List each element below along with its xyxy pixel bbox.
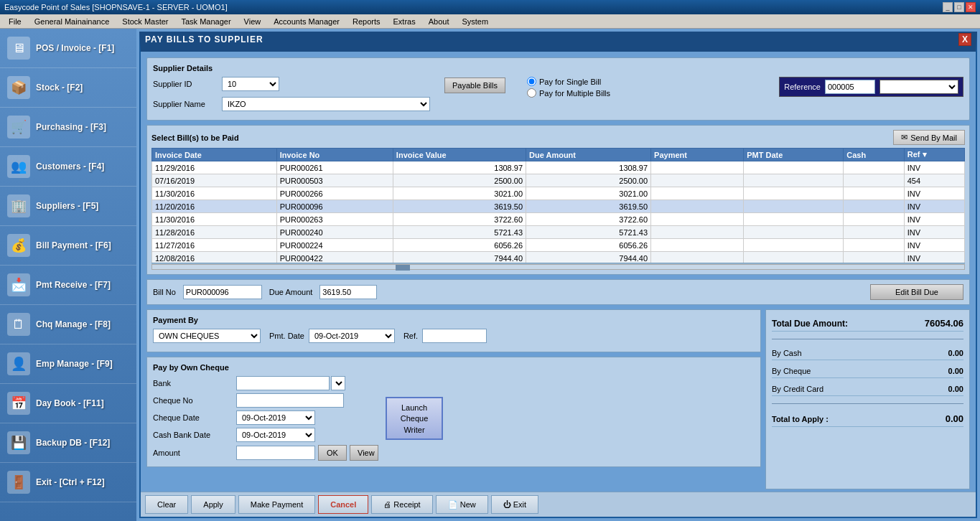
launch-cheque-writer-btn[interactable]: Launch ChequeWriter	[386, 397, 443, 440]
payment-by-section: Payment By OWN CHEQUES Pmt. Date 09-Oct-…	[146, 309, 761, 352]
sidebar-item-pmt-receive[interactable]: 📩 Pmt Receive - [F7]	[0, 266, 136, 305]
payable-bills-btn[interactable]: Payable Bills	[444, 78, 505, 93]
pay-single-radio-label[interactable]: Pay for Single Bill	[527, 77, 610, 86]
table-row[interactable]: 11/29/2016PUR0002611308.971308.97INV	[152, 161, 965, 174]
maximize-btn[interactable]: □	[954, 2, 964, 12]
bill-no-input[interactable]	[183, 285, 262, 299]
view-btn[interactable]: View	[350, 445, 378, 461]
table-cell	[844, 187, 904, 200]
reference-input[interactable]	[825, 80, 875, 94]
table-cell: 3021.00	[526, 187, 651, 200]
supplier-id-row: Supplier ID 10	[153, 77, 430, 91]
bills-table-title: Select Bill(s) to be Paid	[151, 133, 239, 142]
sidebar-item-suppliers[interactable]: 🏢 Suppliers - [F5]	[0, 187, 136, 226]
bills-table-container[interactable]: Invoice Date Invoice No Invoice Value Du…	[151, 148, 965, 263]
cheque-date-select[interactable]: 09-Oct-2019	[236, 410, 315, 425]
pay-multiple-radio-label[interactable]: Pay for Multiple Bills	[527, 88, 610, 98]
send-mail-btn[interactable]: ✉ Send By Mail	[893, 130, 965, 145]
menu-view[interactable]: View	[238, 17, 267, 27]
table-cell: 12/08/2016	[152, 252, 277, 263]
menu-stock[interactable]: Stock Master	[116, 17, 174, 27]
table-row[interactable]: 11/28/2016PUR0002405721.435721.43INV	[152, 226, 965, 239]
table-cell: 5721.43	[526, 226, 651, 239]
sidebar-item-purchasing[interactable]: 🛒 Purchasing - [F3]	[0, 108, 136, 147]
menu-general[interactable]: General Mainainance	[29, 17, 116, 27]
bank-select[interactable]: ▾	[331, 376, 345, 390]
sidebar-item-chq-manage[interactable]: 🗒 Chq Manage - [F8]	[0, 305, 136, 344]
make-payment-btn[interactable]: Make Payment	[238, 495, 315, 514]
left-bottom: Payment By OWN CHEQUES Pmt. Date 09-Oct-…	[146, 309, 761, 489]
receipt-btn[interactable]: 🖨 Receipt	[371, 495, 432, 514]
table-cell	[744, 252, 844, 263]
table-cell: 11/28/2016	[152, 226, 277, 239]
due-amount-input[interactable]	[319, 285, 377, 299]
reference-select[interactable]	[879, 80, 958, 94]
pay-single-radio[interactable]	[527, 77, 536, 86]
ref-input[interactable]	[422, 329, 487, 343]
menu-task[interactable]: Task Manager	[176, 17, 237, 27]
table-row[interactable]: 07/16/2019PUR0005032500.002500.00454	[152, 174, 965, 187]
cash-bank-date-label: Cash Bank Date	[153, 431, 232, 439]
amount-input[interactable]	[236, 446, 315, 460]
table-row[interactable]: 11/20/2016PUR0000963619.503619.50INV	[152, 200, 965, 213]
minimize-btn[interactable]: _	[943, 2, 953, 12]
exit-btn[interactable]: ⏻ Exit	[491, 495, 538, 514]
sidebar-item-bill-payment[interactable]: 💰 Bill Payment - [F6]	[0, 226, 136, 266]
table-cell: 3619.50	[526, 200, 651, 213]
horizontal-scrollbar[interactable]	[151, 263, 965, 270]
table-cell: INV	[904, 239, 964, 252]
new-btn[interactable]: 📄 New	[436, 495, 488, 514]
menu-accounts[interactable]: Accounts Manager	[268, 17, 345, 27]
cheque-no-input[interactable]	[236, 393, 344, 408]
menu-extras[interactable]: Extras	[388, 17, 421, 27]
table-row[interactable]: 11/30/2016PUR0002663021.003021.00INV	[152, 187, 965, 200]
ok-btn[interactable]: OK	[318, 445, 347, 461]
bill-info-row: Bill No Due Amount Edit Bill Due	[146, 279, 970, 305]
window-close-btn[interactable]: ✕	[966, 2, 976, 12]
table-row[interactable]: 12/08/2016PUR0004227944.407944.40INV	[152, 252, 965, 263]
cash-bank-date-select[interactable]: 09-Oct-2019	[236, 428, 315, 442]
menu-file[interactable]: File	[3, 17, 27, 27]
pay-multiple-radio[interactable]	[527, 88, 536, 98]
edit-bill-due-btn[interactable]: Edit Bill Due	[870, 284, 963, 300]
dialog-close-btn[interactable]: X	[958, 33, 971, 46]
table-row[interactable]: 11/27/2016PUR0002246056.266056.26INV	[152, 239, 965, 252]
sidebar-item-day-book[interactable]: 📅 Day Book - [F11]	[0, 384, 136, 423]
menu-about[interactable]: About	[423, 17, 455, 27]
sidebar-label-suppliers: Suppliers - [F5]	[36, 201, 98, 211]
sidebar-item-customers[interactable]: 👥 Customers - [F4]	[0, 147, 136, 187]
menu-reports[interactable]: Reports	[347, 17, 386, 27]
supplier-id-select[interactable]: 10	[222, 77, 279, 91]
divider-1	[772, 339, 963, 339]
sidebar-label-customers: Customers - [F4]	[36, 161, 104, 172]
divider-2	[772, 403, 963, 404]
table-cell: PUR000266	[276, 187, 393, 200]
sidebar-item-backup-db[interactable]: 💾 Backup DB - [F12]	[0, 423, 136, 463]
ref-label: Ref.	[403, 332, 418, 340]
table-cell	[744, 200, 844, 213]
table-cell: INV	[904, 252, 964, 263]
menu-system[interactable]: System	[456, 17, 494, 27]
receipt-label: Receipt	[393, 500, 420, 509]
cancel-btn[interactable]: Cancel	[318, 495, 368, 514]
sidebar-item-pos-invoice[interactable]: 🖥 POS / Invoice - [F1]	[0, 29, 136, 68]
table-cell: 11/20/2016	[152, 200, 277, 213]
table-row[interactable]: 11/30/2016PUR0002633722.603722.60INV	[152, 213, 965, 226]
bank-input[interactable]	[236, 376, 330, 390]
col-due-amount: Due Amount	[526, 149, 651, 161]
sidebar-item-emp-manage[interactable]: 👤 Emp Manage - [F9]	[0, 344, 136, 384]
customers-icon: 👥	[7, 155, 30, 178]
apply-btn[interactable]: Apply	[191, 495, 235, 514]
table-cell: 07/16/2019	[152, 174, 277, 187]
sidebar-item-stock[interactable]: 📦 Stock - [F2]	[0, 68, 136, 108]
payment-method-select[interactable]: OWN CHEQUES	[153, 329, 261, 343]
table-cell: PUR000240	[276, 226, 393, 239]
clear-btn[interactable]: Clear	[145, 495, 188, 514]
supplier-name-select[interactable]: IKZO	[222, 97, 430, 111]
pmt-date-select[interactable]: 09-Oct-2019	[309, 329, 395, 343]
backup-db-icon: 💾	[7, 431, 30, 454]
table-cell: 11/27/2016	[152, 239, 277, 252]
total-apply-label: Total to Apply :	[772, 415, 829, 423]
sidebar-item-exit[interactable]: 🚪 Exit - [Ctrl + F12]	[0, 463, 136, 502]
pay-multiple-text: Pay for Multiple Bills	[539, 89, 610, 98]
